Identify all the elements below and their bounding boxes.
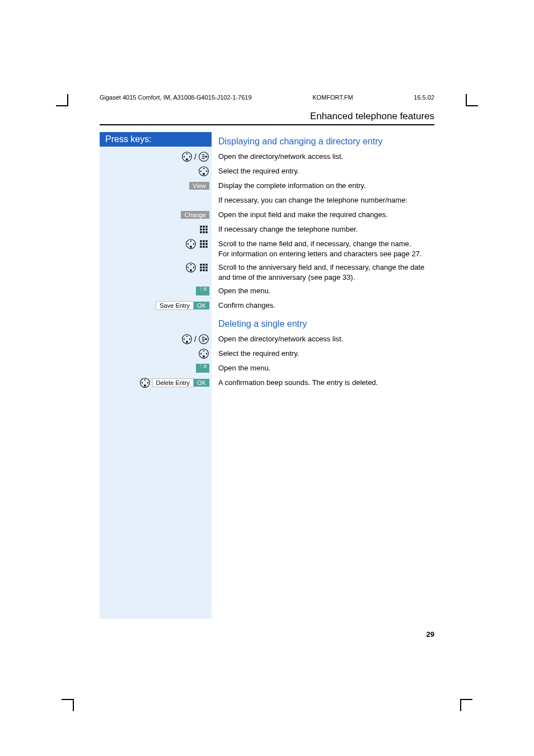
svg-rect-29	[203, 264, 204, 265]
dpad-nav-icon	[198, 166, 209, 177]
svg-rect-31	[200, 266, 202, 268]
subheading-display: Displaying and changing a directory entr…	[218, 137, 434, 147]
svg-rect-35	[203, 269, 204, 271]
crop-mark	[62, 699, 74, 711]
svg-rect-30	[205, 264, 207, 265]
svg-rect-21	[203, 243, 204, 245]
step-text: Open the menu.	[218, 285, 434, 296]
svg-rect-1	[186, 158, 188, 160]
divider	[100, 124, 434, 125]
svg-point-3	[205, 156, 207, 157]
list-key-icon	[198, 151, 209, 162]
svg-rect-34	[200, 269, 202, 271]
svg-rect-28	[200, 264, 202, 265]
svg-rect-8	[205, 226, 207, 227]
step-text: A confirmation beep sounds. The entry is…	[218, 377, 434, 388]
dpad-nav-icon	[198, 348, 209, 359]
keypad-icon	[198, 262, 209, 273]
svg-rect-36	[205, 269, 207, 271]
step-text: Confirm changes.	[218, 300, 434, 311]
dpad-nav-icon	[139, 377, 151, 388]
softkey-view: View	[189, 182, 209, 190]
svg-rect-38	[186, 341, 188, 343]
list-key-icon	[198, 334, 209, 345]
svg-point-40	[205, 339, 207, 340]
crop-mark	[56, 94, 68, 106]
step-text: Open the menu.	[218, 363, 434, 373]
svg-rect-18	[203, 240, 204, 242]
svg-rect-11	[205, 228, 207, 230]
svg-rect-22	[205, 243, 207, 245]
menu-key-icon	[196, 287, 209, 295]
page-content: Gigaset 4015 Comfort, IM, A31008-G4015-J…	[100, 94, 434, 619]
svg-rect-44	[144, 385, 146, 387]
softkey-change: Change	[181, 211, 209, 219]
step-text: Display the complete information on the …	[218, 180, 434, 191]
svg-rect-42	[203, 356, 204, 358]
svg-rect-32	[203, 266, 204, 268]
step-text: Open the directory/network access list.	[218, 334, 434, 344]
svg-rect-33	[205, 266, 207, 268]
svg-rect-13	[203, 231, 204, 233]
step-text: Select the required entry.	[218, 166, 434, 176]
step-text: If necessary change the telephone number…	[218, 224, 434, 234]
svg-rect-20	[200, 243, 202, 245]
svg-rect-6	[200, 226, 202, 227]
menu-item-save: Save Entry	[156, 301, 194, 310]
dpad-down-icon	[181, 151, 193, 162]
subheading-delete: Deleting a single entry	[218, 319, 434, 329]
step-text: Scroll to the anniversary field and, if …	[218, 262, 434, 282]
crop-mark	[466, 94, 478, 106]
section-title: Enhanced telephone features	[100, 111, 434, 122]
svg-rect-14	[205, 231, 207, 233]
slash: /	[194, 335, 196, 344]
svg-rect-19	[205, 240, 207, 242]
svg-rect-17	[200, 240, 202, 242]
softkey-ok: OK	[194, 379, 209, 387]
dpad-nav-icon	[185, 238, 196, 250]
header-doc-id: Gigaset 4015 Comfort, IM, A31008-G4015-J…	[100, 94, 252, 101]
svg-rect-9	[200, 228, 202, 230]
keypad-icon	[198, 238, 209, 250]
step-text: Open the directory/network access list.	[218, 151, 434, 162]
menu-item-delete: Delete Entry	[152, 378, 194, 387]
menu-key-icon	[196, 364, 209, 373]
svg-rect-5	[203, 173, 204, 175]
page-number: 29	[427, 630, 434, 638]
svg-rect-27	[190, 269, 191, 271]
crop-mark	[460, 699, 472, 711]
header-date: 16.5.02	[414, 94, 434, 101]
svg-rect-10	[203, 228, 204, 230]
keypad-icon	[198, 224, 209, 235]
svg-rect-24	[203, 246, 204, 247]
slash: /	[194, 152, 196, 161]
svg-rect-25	[205, 246, 207, 247]
header-filename: KOMFORT.FM	[312, 94, 353, 101]
running-header: Gigaset 4015 Comfort, IM, A31008-G4015-J…	[100, 94, 434, 101]
step-text: If necessary, you can change the telepho…	[218, 195, 434, 205]
dpad-nav-icon	[185, 262, 196, 273]
step-text: Select the required entry.	[218, 348, 434, 359]
key-column-header: Press keys:	[100, 132, 212, 147]
instruction-column: Displaying and changing a directory entr…	[212, 132, 434, 619]
step-text: Open the input field and make the requir…	[218, 209, 434, 220]
softkey-ok: OK	[194, 302, 209, 309]
step-text: Scroll to the name field and, if necessa…	[218, 238, 434, 259]
svg-rect-23	[200, 246, 202, 247]
svg-rect-16	[190, 246, 191, 247]
svg-rect-12	[200, 231, 202, 233]
svg-rect-7	[203, 226, 204, 227]
dpad-down-icon	[181, 334, 193, 345]
